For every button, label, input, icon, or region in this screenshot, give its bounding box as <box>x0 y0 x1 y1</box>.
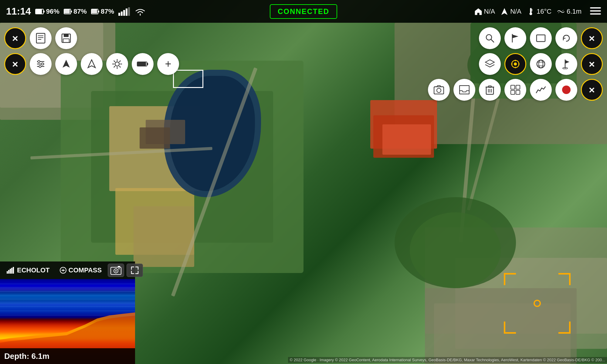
grid-btn[interactable] <box>504 79 526 101</box>
golf-btn[interactable] <box>555 53 577 75</box>
corner-tr <box>558 273 571 285</box>
add-btn[interactable]: + <box>157 53 179 75</box>
toolbar-row1-left: × <box>4 27 77 49</box>
photo-icon <box>434 85 444 94</box>
close-btn-1[interactable]: × <box>4 27 26 49</box>
svg-point-37 <box>115 62 119 66</box>
echolot-tab[interactable]: ECHOLOT <box>3 265 53 276</box>
svg-rect-4 <box>71 11 72 12</box>
svg-rect-47 <box>147 63 148 65</box>
rotate-btn[interactable] <box>555 27 577 49</box>
battery3-group: 87% <box>91 8 114 15</box>
svg-rect-74 <box>511 85 515 89</box>
close-btn-r3[interactable]: × <box>581 79 603 101</box>
golf-icon <box>562 59 571 69</box>
svg-rect-10 <box>121 12 123 16</box>
depth-bar: Depth: 6.1m <box>0 348 135 364</box>
battery-indicator-btn[interactable] <box>132 53 154 75</box>
svg-rect-14 <box>530 8 531 12</box>
flag-btn[interactable] <box>504 27 526 49</box>
svg-line-45 <box>114 66 115 67</box>
battery2-pct: 87% <box>73 8 87 15</box>
svg-rect-81 <box>11 268 12 274</box>
svg-rect-12 <box>126 8 127 16</box>
corner-tl <box>504 273 516 285</box>
save-btn[interactable] <box>55 27 77 49</box>
camera-panel-btn[interactable] <box>108 264 124 277</box>
nav-draw-btn2[interactable] <box>81 53 103 75</box>
inbox-btn[interactable] <box>453 79 475 101</box>
menu-button[interactable] <box>590 7 601 16</box>
svg-line-43 <box>120 66 120 67</box>
svg-point-59 <box>537 60 545 68</box>
svg-rect-27 <box>64 34 69 37</box>
close-btn-r2[interactable]: × <box>581 53 603 75</box>
svg-marker-35 <box>63 60 70 68</box>
echolot-label: ECHOLOT <box>17 266 50 274</box>
svg-rect-78 <box>7 271 8 274</box>
layers-btn[interactable] <box>479 53 501 75</box>
temp-status: 16°C <box>527 8 551 15</box>
svg-marker-36 <box>88 60 95 68</box>
expand-icon <box>131 266 139 274</box>
close-btn-2[interactable]: × <box>4 53 26 75</box>
expand-panel-btn[interactable] <box>127 264 143 277</box>
sliders-icon <box>36 59 46 69</box>
svg-rect-8 <box>92 9 97 13</box>
photo-btn[interactable] <box>428 79 450 101</box>
brightness-btn[interactable] <box>106 53 128 75</box>
svg-point-32 <box>38 61 40 63</box>
battery1-icon <box>35 8 45 15</box>
svg-line-44 <box>120 61 120 62</box>
compass-tab[interactable]: COMPASS <box>56 265 106 276</box>
rectangle-icon <box>536 34 546 42</box>
battery1-pct: 96% <box>46 8 59 15</box>
temp-label: 16°C <box>537 8 551 15</box>
svg-point-15 <box>530 12 532 15</box>
signal-group <box>118 7 131 16</box>
record-btn[interactable] <box>555 79 577 101</box>
svg-rect-1 <box>43 11 45 12</box>
document-btn[interactable] <box>30 27 52 49</box>
svg-point-54 <box>514 62 517 66</box>
svg-point-88 <box>118 268 120 269</box>
chart-btn[interactable] <box>530 79 552 101</box>
depth-status-label: 6.1m <box>567 8 582 15</box>
home-status: N/A <box>474 8 495 15</box>
nav-icon <box>500 8 508 15</box>
corner-br <box>558 322 571 334</box>
svg-line-50 <box>491 39 494 42</box>
waypoint-icon1 <box>61 59 71 69</box>
target-btn[interactable] <box>504 53 526 75</box>
svg-rect-20 <box>590 10 601 12</box>
svg-rect-2 <box>36 9 42 14</box>
svg-rect-22 <box>36 33 45 43</box>
svg-rect-65 <box>434 87 444 94</box>
battery2-icon <box>64 9 72 14</box>
search-btn[interactable] <box>479 27 501 49</box>
nav-draw-btn1[interactable] <box>55 53 77 75</box>
svg-point-66 <box>437 88 441 93</box>
search-icon <box>485 33 495 43</box>
svg-rect-48 <box>137 62 146 66</box>
grid-icon <box>510 85 520 95</box>
temp-icon <box>527 8 535 15</box>
battery1-group: 96% <box>35 8 59 15</box>
settings-btn[interactable] <box>30 53 52 75</box>
drone-center-dot <box>534 300 541 307</box>
status-left: 11:14 96% 87% 87% <box>6 6 158 17</box>
rect-btn[interactable] <box>530 27 552 49</box>
flag-icon <box>511 33 520 43</box>
toolbar-row3-right: × <box>428 79 603 101</box>
echolot-icon <box>7 267 15 274</box>
svg-rect-13 <box>128 7 130 16</box>
status-bar: 11:14 96% 87% 87% <box>0 0 607 23</box>
svg-rect-5 <box>64 9 70 13</box>
brightness-icon <box>112 59 122 69</box>
svg-point-60 <box>539 60 543 68</box>
chart-icon <box>536 86 546 94</box>
globe-btn[interactable] <box>530 53 552 75</box>
svg-rect-7 <box>98 11 99 12</box>
trash-btn[interactable] <box>479 79 501 101</box>
close-btn-r1[interactable]: × <box>581 27 603 49</box>
